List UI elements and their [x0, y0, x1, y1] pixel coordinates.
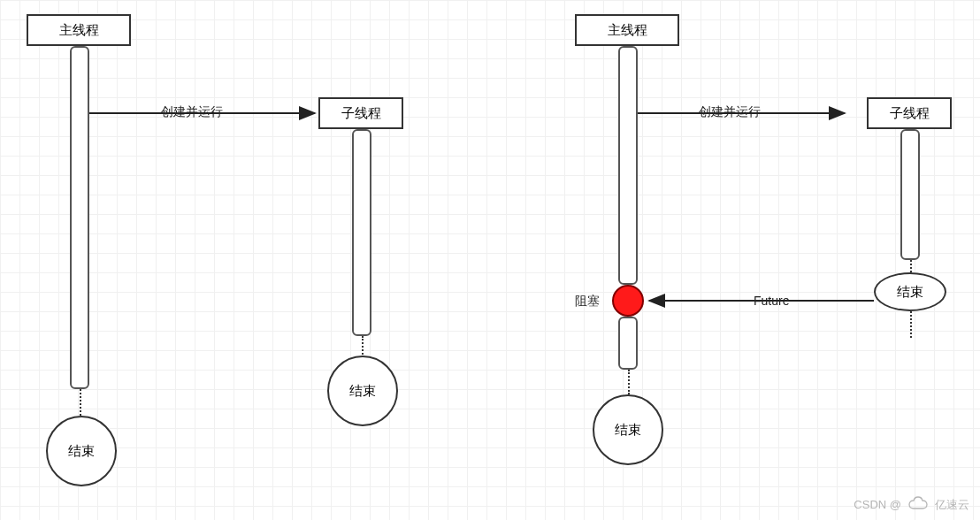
watermark-brand: 亿速云	[935, 497, 969, 513]
watermark-csdn: CSDN @	[854, 498, 901, 511]
arrows-svg	[0, 0, 980, 520]
watermark: CSDN @ 亿速云	[854, 496, 969, 513]
cloud-icon	[908, 496, 928, 513]
